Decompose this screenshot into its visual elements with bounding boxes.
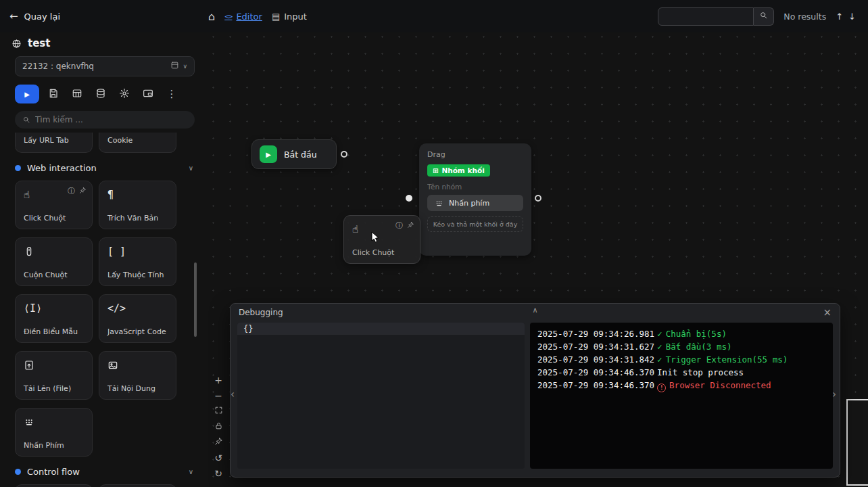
collapse-panel-button[interactable]: ∧	[532, 306, 537, 315]
block-label: JavaScript Code	[107, 327, 166, 336]
block-card-javascript-code[interactable]: </>JavaScript Code	[99, 294, 176, 343]
tab-editor[interactable]: <> Editor	[224, 11, 262, 22]
block-card-nhan-phim[interactable]: Nhấn Phím	[15, 408, 93, 457]
code-tag-icon: <>	[224, 12, 232, 21]
home-button[interactable]: ⌂	[208, 10, 215, 23]
back-button[interactable]: ← Quay lại	[9, 10, 60, 22]
debug-json-editor[interactable]: {}	[237, 323, 525, 469]
block-search[interactable]	[15, 111, 195, 129]
pin-icon[interactable]	[79, 187, 87, 196]
block-card-lay-thuoc-tinh[interactable]: [ ]Lấy Thuộc Tính	[99, 237, 176, 286]
more-options-button[interactable]: ⋮	[162, 85, 181, 103]
block-card-partial[interactable]	[15, 484, 93, 487]
collapse-left-button[interactable]: ‹	[231, 388, 235, 400]
minus-icon: −	[214, 390, 222, 401]
block-card-dien-bieu-mau[interactable]: ⟨I⟩Điền Biểu Mẫu	[15, 294, 93, 343]
block-card-tai-len-file[interactable]: Tải Lên (File)	[15, 351, 93, 400]
group-node-title: Drag	[427, 150, 523, 159]
start-output-port[interactable]	[341, 151, 347, 158]
search-icon	[22, 116, 30, 124]
info-icon[interactable]: ⓘ	[68, 186, 75, 196]
close-panel-button[interactable]: ×	[823, 308, 831, 318]
block-card-click-chuot[interactable]: ☝ⓘClick Chuột	[15, 181, 93, 229]
zoom-out-button[interactable]: −	[212, 390, 224, 401]
chevron-down-icon: ∨	[183, 63, 187, 70]
tab-input[interactable]: ▤ Input	[272, 11, 307, 22]
block-label: Tải Nội Dung	[107, 384, 155, 393]
info-icon[interactable]: ⓘ	[395, 221, 403, 231]
group-name-input[interactable]	[427, 183, 523, 191]
block-card-cookie[interactable]: Cookie	[99, 133, 176, 153]
start-node[interactable]: ▶ Bắt đầu	[251, 139, 337, 169]
windows-icon	[170, 61, 179, 72]
pilcrow-icon: ¶	[107, 189, 114, 201]
settings-button[interactable]	[115, 85, 134, 103]
form-input-icon: ⟨I⟩	[24, 302, 42, 315]
play-icon: ▶	[24, 91, 30, 98]
fit-view-button[interactable]	[212, 406, 224, 417]
chevron-down-icon[interactable]: ∨	[189, 164, 193, 172]
blocks-grid: ☝ⓘClick Chuột¶Trích Văn BảnCuộn Chuột[ ]…	[15, 181, 195, 457]
table-button[interactable]	[68, 85, 87, 103]
debug-panel-title: Debugging	[239, 308, 283, 317]
section-control-flow[interactable]: Control flow ∨	[15, 467, 193, 477]
next-result-button[interactable]: ↓	[846, 11, 859, 22]
mouse-scroll-icon	[24, 246, 34, 258]
block-card-cuon-chuot[interactable]: Cuộn Chuột	[15, 237, 93, 286]
add-block-label: Nhóm khối	[441, 166, 484, 175]
run-workflow-button[interactable]: ▶	[15, 85, 39, 103]
block-search-input[interactable]	[35, 115, 187, 124]
debug-panel-header[interactable]: Debugging ∧ ×	[231, 304, 840, 321]
group-inner-block[interactable]: Nhấn phím	[427, 195, 523, 211]
brackets-icon: [ ]	[107, 246, 126, 258]
sidebar-scrollbar[interactable]	[194, 262, 197, 337]
group-output-port[interactable]	[535, 195, 541, 202]
block-label: Trích Văn Bản	[107, 214, 158, 223]
redo-button[interactable]: ↻	[212, 468, 224, 479]
pin-canvas-button[interactable]	[212, 437, 224, 448]
block-label: Lấy URL Tab	[24, 136, 69, 145]
block-label: Tải Lên (File)	[24, 384, 71, 393]
block-card-tai-noi-dung[interactable]: Tải Nội Dung	[99, 351, 176, 400]
search-button[interactable]	[754, 7, 774, 26]
pin-icon[interactable]	[407, 221, 414, 231]
dragging-block[interactable]: ☝ ⓘ Click Chuột	[343, 215, 420, 264]
block-label: Nhấn Phím	[24, 441, 64, 450]
group-input-port[interactable]	[406, 195, 412, 202]
topbar-search-group: No results ↑ ↓	[658, 7, 859, 26]
log-time: 2025-07-29 09:34:46.370	[537, 380, 654, 390]
block-label: Click Chuột	[24, 214, 66, 223]
log-message: Chuẩn bị(5s)	[666, 329, 727, 339]
plus-icon: +	[214, 375, 222, 386]
recorder-button[interactable]	[139, 85, 158, 103]
storage-button[interactable]	[91, 85, 110, 103]
sidebar: test 22132 : qeknvfhq ∨ ▶ ⋮ Lấy URL TabC…	[0, 32, 208, 487]
tab-selector-dropdown[interactable]: 22132 : qeknvfhq ∨	[15, 56, 195, 76]
add-block-button[interactable]: ⊞ Nhóm khối	[427, 164, 490, 177]
log-time: 2025-07-29 09:34:31.627	[537, 342, 654, 352]
block-card-lay-url-tab[interactable]: Lấy URL Tab	[15, 133, 93, 153]
chevron-down-icon[interactable]: ∨	[189, 468, 193, 476]
search-results-label: No results	[783, 11, 826, 22]
minimap[interactable]	[846, 399, 868, 486]
chevron-left-icon: ‹	[231, 388, 235, 400]
undo-button[interactable]: ↺	[212, 453, 224, 463]
redo-icon: ↻	[214, 468, 222, 479]
home-icon: ⌂	[208, 10, 215, 23]
database-icon	[95, 88, 106, 101]
save-button[interactable]	[44, 85, 63, 103]
topbar-search-input[interactable]	[658, 7, 754, 26]
tab-input-label: Input	[284, 11, 307, 22]
block-card-trich-van-ban[interactable]: ¶Trích Văn Bản	[99, 181, 176, 229]
block-card-partial[interactable]	[99, 484, 176, 487]
kebab-icon: ⋮	[167, 88, 177, 100]
collapse-right-button[interactable]: ›	[832, 388, 836, 400]
lock-button[interactable]	[212, 421, 224, 432]
section-web-interaction[interactable]: Web interaction ∨	[15, 163, 193, 173]
section-dot	[15, 165, 21, 171]
inner-block-label: Nhấn phím	[449, 199, 489, 208]
zoom-in-button[interactable]: +	[212, 375, 224, 386]
group-node[interactable]: Drag ⊞ Nhóm khối Nhấn phím Kéo và thả mộ…	[419, 143, 531, 256]
prev-result-button[interactable]: ↑	[833, 11, 846, 22]
partial-bottom-row	[15, 484, 195, 487]
